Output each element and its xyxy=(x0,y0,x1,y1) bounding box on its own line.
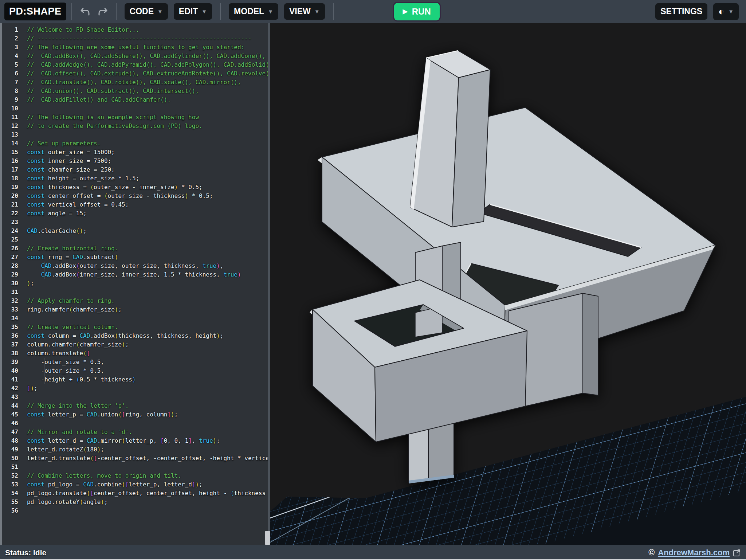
code-text xyxy=(18,463,268,471)
code-line: 16const inner_size = 7500; xyxy=(2,157,268,165)
code-line: 1// Welcome to PD Shape Editor... xyxy=(2,26,268,34)
chevron-down-icon: ▼ xyxy=(157,8,163,15)
line-number: 20 xyxy=(2,192,18,200)
code-text: const height = outer_size * 1.5; xyxy=(18,174,268,183)
code-text: // CAD.union(), CAD.subtract(), CAD.inte… xyxy=(18,87,268,95)
line-number: 9 xyxy=(2,95,18,104)
line-number: 19 xyxy=(2,183,18,192)
line-number: 16 xyxy=(2,157,18,165)
code-text: // to create the PerformativeDesign.com … xyxy=(18,122,268,130)
code-line: 4// CAD.addBox(), CAD.addSphere(), CAD.a… xyxy=(2,52,268,60)
theme-toggle-icon: ◐ xyxy=(718,7,725,17)
toolbar: PD:SHAPE CODE ▼ EDIT ▼ MODEL ▼ VIEW ▼ ▶ … xyxy=(0,0,746,23)
line-number: 34 xyxy=(2,314,18,323)
chevron-down-icon: ▼ xyxy=(728,8,734,15)
line-number: 31 xyxy=(2,288,18,297)
code-line: 53const pd_logo = CAD.combine([letter_p,… xyxy=(2,480,268,489)
code-text: // The following is an example script sh… xyxy=(18,113,268,122)
code-line: 56 xyxy=(2,506,268,515)
line-number: 27 xyxy=(2,253,18,262)
code-text: // Mirror and rotate to a 'd'. xyxy=(18,428,268,436)
code-text: // Set up parameters. xyxy=(18,139,268,148)
status-text: Status: Idle xyxy=(5,548,46,557)
line-number: 40 xyxy=(2,367,18,375)
code-line: 47// Mirror and rotate to a 'd'. xyxy=(2,428,268,436)
undo-button[interactable] xyxy=(78,4,93,19)
line-number: 12 xyxy=(2,122,18,130)
code-line: 38column.translate([ xyxy=(2,349,268,358)
settings-label: SETTINGS xyxy=(660,7,702,16)
menu-code[interactable]: CODE ▼ xyxy=(125,3,168,20)
menu-model-label: MODEL xyxy=(234,7,264,16)
line-number: 10 xyxy=(2,104,18,113)
code-line: 50letter_d.translate([-center_offset, -c… xyxy=(2,454,268,463)
redo-button[interactable] xyxy=(95,4,110,19)
code-text: const center_offset = (outer_size - thic… xyxy=(18,192,268,200)
line-number: 13 xyxy=(2,130,18,139)
code-line: 18const height = outer_size * 1.5; xyxy=(2,174,268,183)
play-icon: ▶ xyxy=(403,8,408,15)
settings-button[interactable]: SETTINGS xyxy=(655,3,707,20)
code-lines: 1// Welcome to PD Shape Editor...2// ---… xyxy=(2,26,268,515)
theme-toggle-button[interactable]: ◐ ▼ xyxy=(713,3,739,20)
line-number: 21 xyxy=(2,200,18,209)
code-text: const thickness = (outer_size - inner_si… xyxy=(18,183,268,192)
code-text: // Apply chamfer to ring. xyxy=(18,297,268,305)
menu-model[interactable]: MODEL ▼ xyxy=(229,3,278,20)
code-text: const letter_d = CAD.mirror(letter_p, [0… xyxy=(18,436,268,445)
line-number: 56 xyxy=(2,506,18,515)
code-text: ); xyxy=(18,279,268,288)
code-text: const ring = CAD.subtract( xyxy=(18,253,268,262)
line-number: 43 xyxy=(2,393,18,402)
line-number: 53 xyxy=(2,480,18,489)
code-text: // CAD.addWedge(), CAD.addPyramid(), CAD… xyxy=(18,60,268,69)
menu-edit[interactable]: EDIT ▼ xyxy=(174,3,212,20)
run-button[interactable]: ▶ RUN xyxy=(394,3,440,20)
code-line: 35// Create vertical column. xyxy=(2,323,268,332)
line-number: 11 xyxy=(2,113,18,122)
line-number: 2 xyxy=(2,34,18,43)
code-line: 7// CAD.translate(), CAD.rotate(), CAD.s… xyxy=(2,78,268,87)
toolbar-separator xyxy=(220,3,221,20)
code-line: 31 xyxy=(2,288,268,297)
code-line: 22const angle = 15; xyxy=(2,209,268,218)
line-number: 55 xyxy=(2,498,18,506)
code-text: // Welcome to PD Shape Editor... xyxy=(18,26,268,34)
line-number: 18 xyxy=(2,174,18,183)
viewport-3d[interactable] xyxy=(270,23,746,545)
code-line: 40 -outer_size * 0.5, xyxy=(2,367,268,375)
code-text: // Merge into the letter 'p'. xyxy=(18,402,268,410)
code-line: 39 -outer_size * 0.5, xyxy=(2,358,268,367)
code-text xyxy=(18,393,268,402)
code-line: 44// Merge into the letter 'p'. xyxy=(2,402,268,410)
line-number: 37 xyxy=(2,340,18,349)
credit: © AndrewMarsh.com xyxy=(648,548,741,557)
code-text: -outer_size * 0.5, xyxy=(18,367,268,375)
redo-icon xyxy=(97,7,108,16)
line-number: 52 xyxy=(2,471,18,480)
line-number: 35 xyxy=(2,323,18,332)
code-text xyxy=(18,130,268,139)
line-number: 33 xyxy=(2,305,18,314)
code-text: CAD.addBox(outer_size, outer_size, thick… xyxy=(18,262,268,270)
code-text: column.chamfer(chamfer_size); xyxy=(18,340,268,349)
external-link-icon xyxy=(733,549,741,557)
code-text: pd_logo.translate([center_offset, center… xyxy=(18,489,268,498)
menu-view[interactable]: VIEW ▼ xyxy=(284,3,325,20)
line-number: 29 xyxy=(2,270,18,279)
credit-link[interactable]: AndrewMarsh.com xyxy=(658,548,730,557)
code-line: 14// Set up parameters. xyxy=(2,139,268,148)
toolbar-separator xyxy=(116,3,117,20)
code-editor[interactable]: 1// Welcome to PD Shape Editor...2// ---… xyxy=(0,23,268,545)
line-number: 28 xyxy=(2,262,18,270)
panel-resize-handle[interactable] xyxy=(265,531,270,545)
code-line: 41 -height + (0.5 * thickness) xyxy=(2,375,268,384)
code-text: const inner_size = 7500; xyxy=(18,157,268,165)
line-number: 3 xyxy=(2,43,18,52)
code-text: // The following are some useful functio… xyxy=(18,43,268,52)
line-number: 15 xyxy=(2,148,18,157)
line-number: 54 xyxy=(2,489,18,498)
code-text xyxy=(18,419,268,428)
code-text: letter_d.translate([-center_offset, -cen… xyxy=(18,454,268,463)
code-line: 48const letter_d = CAD.mirror(letter_p, … xyxy=(2,436,268,445)
